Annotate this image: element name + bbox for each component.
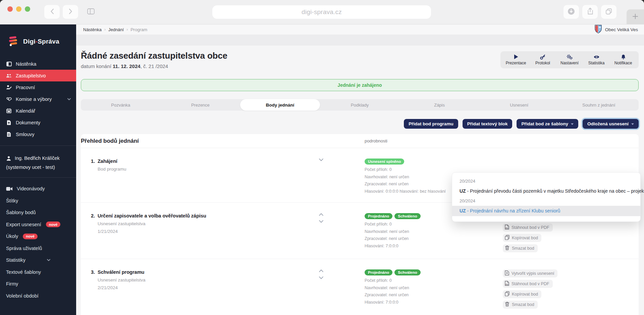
row-date: 2/21/2024 bbox=[98, 285, 311, 290]
sidebar-item-volebni-obdobi[interactable]: Volební období bbox=[0, 290, 76, 302]
sidebar-toggle-button[interactable] bbox=[83, 5, 99, 19]
breadcrumb-jednani[interactable]: Jednání bbox=[108, 27, 124, 32]
minimize-window-button[interactable] bbox=[16, 6, 21, 12]
sidebar-item-sablony-bodu[interactable]: Šablony bodů bbox=[0, 207, 76, 219]
download-pdf-button[interactable]: PDF Stáhnout bod v PDF bbox=[503, 280, 553, 288]
chevron-down-icon[interactable] bbox=[319, 159, 365, 161]
trash-icon bbox=[505, 302, 509, 308]
window-controls bbox=[7, 6, 30, 12]
status-badge: Projednáno bbox=[365, 213, 392, 219]
status-badge: Projednáno bbox=[365, 269, 392, 275]
sidebar-item-videonavody[interactable]: Videonávody bbox=[0, 183, 76, 195]
key-icon bbox=[540, 54, 545, 60]
row-title: Určení zapisovatele a volba ověřovatelů … bbox=[98, 213, 311, 218]
tab-usneseni[interactable]: Usnesení bbox=[479, 99, 559, 111]
tab-podklady[interactable]: Podklady bbox=[320, 99, 400, 111]
topbar: Nástěnka Jednání Program bbox=[76, 24, 644, 35]
sidebar-item-smlouvy[interactable]: Smlouvy bbox=[0, 128, 76, 140]
tab-bar: Pozvánka Prezence Body jednání Podklady … bbox=[81, 99, 639, 111]
sidebar-item-sprava-uzivatelu[interactable]: Správa uživatelů bbox=[0, 242, 76, 254]
row-date: 1/21/2024 bbox=[98, 229, 311, 234]
copy-item-button[interactable]: Kopírovat bod bbox=[503, 290, 541, 298]
back-button[interactable] bbox=[44, 5, 60, 19]
organization-chip[interactable]: Obec Veliká Ves bbox=[594, 24, 638, 35]
sidebar-item-textove-sablony[interactable]: Textové šablony bbox=[0, 266, 76, 278]
page-subtitle: datum konání 11. 12. 2024, č. 21 /2024 bbox=[81, 63, 227, 69]
tab-body-jednani[interactable]: Body jednání bbox=[240, 99, 320, 111]
play-icon bbox=[514, 54, 518, 60]
tab-zapis[interactable]: Zápis bbox=[399, 99, 479, 111]
new-tab-button[interactable] bbox=[627, 9, 644, 24]
sidebar-item-stitky[interactable]: Štítky bbox=[0, 195, 76, 207]
breadcrumb-nastenka[interactable]: Nástěnka bbox=[83, 27, 102, 32]
close-window-button[interactable] bbox=[7, 6, 13, 12]
add-text-block-button[interactable]: Přidat textový blok bbox=[463, 119, 513, 129]
chevron-down-icon[interactable] bbox=[319, 220, 365, 223]
sidebar-item-export-usneseni[interactable]: Export usnesení nové bbox=[0, 218, 76, 231]
current-user-name: Ing. Bedřich Králíček(systemovy ucet - t… bbox=[15, 154, 60, 172]
page-header: Řádné zasedání zastupitelstva obce datum… bbox=[81, 51, 227, 69]
sidebar-item-pracovni[interactable]: Pracovní bbox=[0, 81, 76, 93]
pdf-icon: PDF bbox=[505, 281, 509, 287]
sidebar-item-nastenka[interactable]: Nástěnka bbox=[0, 58, 76, 70]
toolbar-prezentace-button[interactable]: Prezentace bbox=[502, 54, 529, 65]
sidebar-item-statistiky[interactable]: Statistiky bbox=[0, 254, 76, 266]
sidebar-item-komise-a-vybory[interactable]: Komise a výbory bbox=[0, 93, 76, 105]
tab-souhrn-z-jednani[interactable]: Souhrn z jednání bbox=[559, 99, 639, 111]
sidebar-divider bbox=[0, 177, 76, 178]
add-item-from-template-button[interactable]: Přidat bod ze šablony bbox=[517, 119, 578, 129]
dropdown-group-label: 20/2024 bbox=[452, 196, 640, 206]
toolbar-notifikace-button[interactable]: Notifikace bbox=[610, 54, 637, 65]
sidebar-icon bbox=[87, 8, 95, 16]
zoom-window-button[interactable] bbox=[25, 6, 30, 12]
chevron-up-icon[interactable] bbox=[319, 269, 365, 272]
chevron-down-icon bbox=[67, 98, 71, 100]
current-user[interactable]: Ing. Bedřich Králíček(systemovy ucet - t… bbox=[0, 151, 76, 172]
app-logo[interactable]: Digi-Správa bbox=[0, 24, 76, 58]
sidebar-item-zastupitelstvo[interactable]: Zastupitelstvo bbox=[0, 70, 76, 81]
status-badge: Usnesení splněno bbox=[365, 159, 404, 165]
table-row: 3. Schválení programu Usnesení zastupite… bbox=[81, 259, 639, 315]
address-bar[interactable]: digi-sprava.cz bbox=[212, 5, 431, 19]
download-pdf-button[interactable]: PDF Stáhnout bod v PDF bbox=[503, 224, 553, 232]
create-resolution-extract-button[interactable]: Vytvořit výpis usnesení bbox=[503, 269, 557, 277]
app-logo-text: Digi-Správa bbox=[23, 38, 59, 45]
sidebar-item-kalendar[interactable]: Kalendář bbox=[0, 105, 76, 117]
address-url: digi-sprava.cz bbox=[302, 8, 342, 16]
download-icon bbox=[568, 8, 575, 16]
delete-item-button[interactable]: Smazat bod bbox=[503, 244, 538, 252]
delete-item-button[interactable]: Smazat bod bbox=[503, 301, 538, 309]
sidebar-secondary-nav: Videonávody Štítky Šablony bodů Export u… bbox=[0, 183, 76, 302]
downloads-button[interactable] bbox=[564, 5, 579, 19]
dropdown-option[interactable]: UZ - Projednání převodu části pozemků v … bbox=[452, 186, 640, 196]
tab-prezence[interactable]: Prezence bbox=[161, 99, 240, 111]
row-number: 1. bbox=[81, 159, 98, 196]
eye-icon bbox=[594, 54, 599, 60]
share-icon bbox=[587, 8, 593, 16]
sidebar-item-firmy[interactable]: Firmy bbox=[0, 278, 76, 290]
chevron-down-icon[interactable] bbox=[319, 276, 365, 279]
row-subtitle: Bod programu bbox=[98, 167, 311, 172]
sidebar-item-ukoly[interactable]: Úkoly nové bbox=[0, 231, 76, 243]
toolbar-nastaveni-button[interactable]: Nastavení bbox=[556, 54, 583, 65]
chevron-up-icon[interactable] bbox=[319, 213, 365, 216]
tabs-overview-button[interactable] bbox=[601, 5, 616, 19]
table-title: Přehled bodů jednání bbox=[81, 138, 365, 144]
share-button[interactable] bbox=[582, 5, 598, 19]
dropdown-option-highlighted[interactable]: UZ - Projednání návrhu na zřízení Klubu … bbox=[452, 206, 640, 216]
toolbar-protokol-button[interactable]: Protokol bbox=[529, 54, 556, 65]
sidebar-nav: Nástěnka Zastupitelstvo Pracovní Komise … bbox=[0, 58, 76, 140]
organization-name: Obec Veliká Ves bbox=[605, 27, 638, 32]
svg-text:PDF: PDF bbox=[505, 228, 508, 229]
add-program-item-button[interactable]: Přidat bod programu bbox=[404, 119, 458, 129]
toolbar-statistika-button[interactable]: Statistika bbox=[583, 54, 610, 65]
sidebar-item-dokumenty[interactable]: Dokumenty bbox=[0, 117, 76, 128]
forward-button[interactable] bbox=[63, 5, 78, 19]
status-badge: Schváleno bbox=[394, 213, 421, 219]
dropdown-group-label: 20/2024 bbox=[452, 177, 640, 186]
header-band bbox=[76, 35, 644, 46]
deferred-resolutions-button[interactable]: Odložená usnesení bbox=[583, 119, 639, 129]
copy-item-button[interactable]: Kopírovat bod bbox=[503, 234, 541, 242]
tab-pozvanka[interactable]: Pozvánka bbox=[81, 99, 161, 111]
gears-icon bbox=[567, 54, 573, 60]
